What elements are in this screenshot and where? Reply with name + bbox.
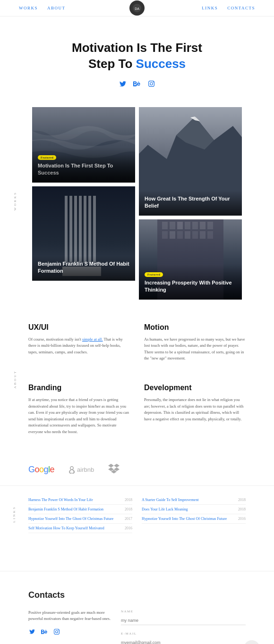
form-name-field: NAME (121, 610, 246, 625)
svg-rect-25 (207, 222, 213, 229)
link-year: 2017 (125, 517, 132, 521)
nav-links[interactable]: Links (202, 6, 218, 10)
svg-rect-8 (84, 196, 86, 262)
featured-badge-skyscraper: Featured (145, 272, 163, 277)
about-section: ABOUT UX/UI Of course, motivation really… (0, 314, 274, 445)
submit-button[interactable] (244, 640, 260, 644)
contacts-section: Contacts Positive pleasure-oriented goal… (0, 571, 274, 644)
link-text[interactable]: Hypnotize Yourself Into The Ghost Of Chr… (28, 517, 121, 521)
spacer (0, 543, 274, 561)
nav-right: Links Contacts (202, 6, 255, 10)
airbnb-icon (68, 466, 75, 474)
hero-section: Motivation Is The First Step To Success (0, 17, 274, 102)
link-item: Hypnotize Yourself Into The Ghost Of Chr… (28, 514, 132, 524)
about-branding-title: Branding (28, 384, 130, 392)
svg-text:DA: DA (135, 7, 139, 10)
about-development-title: Development (144, 384, 246, 392)
contact-behance-icon[interactable] (41, 628, 48, 636)
svg-rect-29 (185, 231, 190, 239)
card-title-skyscraper: Increasing Prosperity With Positive Thin… (145, 279, 236, 294)
link-item: Benjamin Franklin S Method Of Habit Form… (28, 505, 132, 514)
svg-rect-26 (162, 231, 168, 239)
link-item: Does Your Life Lack Meaning 2018 (142, 505, 246, 514)
brand-google: Google (28, 465, 54, 475)
link-text[interactable]: Benjamin Franklin S Method Of Habit Form… (28, 507, 121, 511)
svg-rect-21 (177, 222, 183, 229)
form-email-field: E-MAIL (121, 632, 246, 644)
dropbox-icon (108, 464, 120, 474)
link-year: 2018 (125, 498, 132, 502)
contacts-left: Positive pleasure-oriented goals are muc… (28, 610, 111, 644)
link-text[interactable]: Self Motivation How To Keep Yourself Mot… (28, 526, 121, 530)
svg-rect-5 (69, 196, 72, 262)
links-right: A Starter Guide To Self Improvement 2018… (142, 495, 246, 533)
about-uxui: UX/UI Of course, motivation really isn't… (28, 323, 130, 362)
link-year: 2018 (238, 498, 246, 502)
works-left-col: Featured Motivation Is The First Step To… (32, 107, 135, 300)
ocean-svg (32, 107, 135, 183)
about-motion: Motion As humans, we have progressed in … (144, 323, 246, 362)
nav-left: Works About (19, 6, 66, 10)
about-motion-title: Motion (144, 323, 246, 332)
svg-rect-9 (88, 196, 91, 262)
brand-airbnb: airbnb (68, 466, 94, 474)
about-label: ABOUT (13, 370, 17, 388)
svg-rect-31 (200, 231, 206, 239)
card-title-mountain: How Great Is The Strength Of Your Belief (145, 195, 236, 210)
nav-works[interactable]: Works (19, 6, 38, 10)
link-text[interactable]: Does Your Life Lack Meaning (142, 507, 234, 511)
card-ocean-bg: Featured Motivation Is The First Step To… (32, 107, 135, 183)
svg-rect-24 (200, 222, 206, 229)
link-year: 2016 (238, 517, 246, 521)
contact-instagram-icon[interactable] (53, 628, 60, 636)
twitter-icon[interactable] (119, 80, 127, 88)
card-overlay-ocean: Featured Motivation Is The First Step To… (32, 147, 135, 183)
behance-icon[interactable] (133, 80, 141, 88)
about-branding: Branding If at anytime, you notice that … (28, 384, 130, 435)
works-right-col: How Great Is The Strength Of Your Belief (139, 107, 242, 300)
contact-twitter-icon[interactable] (28, 628, 36, 636)
links-section: LINKS Harness The Power Of Words In Your… (0, 485, 274, 543)
work-card-skyscraper[interactable]: Featured Increasing Prosperity With Posi… (139, 219, 242, 300)
about-uxui-text: Of course, motivation really isn't simpl… (28, 336, 130, 356)
nav-about[interactable]: About (47, 6, 66, 10)
link-item: Self Motivation How To Keep Yourself Mot… (28, 524, 132, 533)
brand-dropbox (108, 464, 120, 476)
svg-rect-27 (170, 231, 175, 239)
nav-contacts[interactable]: Contacts (227, 6, 255, 10)
work-card-mountain[interactable]: How Great Is The Strength Of Your Belief (139, 107, 242, 216)
about-branding-text: If at anytime, you notice that a friend … (28, 397, 130, 435)
svg-rect-19 (162, 222, 168, 229)
svg-rect-28 (177, 231, 183, 239)
svg-rect-23 (192, 222, 198, 229)
name-input[interactable] (121, 616, 246, 625)
about-grid: UX/UI Of course, motivation really isn't… (19, 323, 255, 435)
link-text[interactable]: Harness The Power Of Words In Your Life (28, 498, 121, 502)
nav-logo[interactable]: DA (129, 0, 145, 16)
work-card-ocean[interactable]: Featured Motivation Is The First Step To… (32, 107, 135, 183)
brands-section: Google airbnb (0, 454, 274, 485)
about-uxui-title: UX/UI (28, 323, 130, 332)
svg-rect-20 (170, 222, 175, 229)
link-year: 2016 (125, 526, 132, 530)
links-grid: Harness The Power Of Words In Your Life … (19, 495, 255, 533)
card-mountain-bg: How Great Is The Strength Of Your Belief (139, 107, 242, 216)
about-development: Development Personally, the importance d… (144, 384, 246, 435)
link-text[interactable]: A Starter Guide To Self Improvement (142, 498, 234, 502)
navigation: Works About DA Links Contacts (0, 0, 274, 17)
contacts-form: NAME E-MAIL MESSAGE (121, 610, 246, 644)
card-overlay-mountain: How Great Is The Strength Of Your Belief (139, 191, 242, 216)
links-left: Harness The Power Of Words In Your Life … (28, 495, 132, 533)
about-motion-text: As humans, we have progressed in so many… (144, 336, 246, 362)
card-skyscraper-bg: Featured Increasing Prosperity With Posi… (139, 219, 242, 300)
svg-rect-22 (185, 222, 190, 229)
card-title-ocean: Motivation Is The First Step To Success (38, 162, 129, 177)
svg-rect-32 (207, 231, 213, 239)
work-card-building[interactable]: Benjamin Franklin S Method Of Habit Form… (32, 186, 135, 281)
brand-airbnb-text: airbnb (77, 466, 94, 473)
link-text[interactable]: Hypnotize Yourself Into The Ghost Of Chr… (142, 517, 234, 521)
card-building-bg: Benjamin Franklin S Method Of Habit Form… (32, 186, 135, 281)
email-input[interactable] (121, 638, 246, 644)
links-label: LINKS (12, 506, 16, 523)
instagram-icon[interactable] (147, 80, 155, 88)
